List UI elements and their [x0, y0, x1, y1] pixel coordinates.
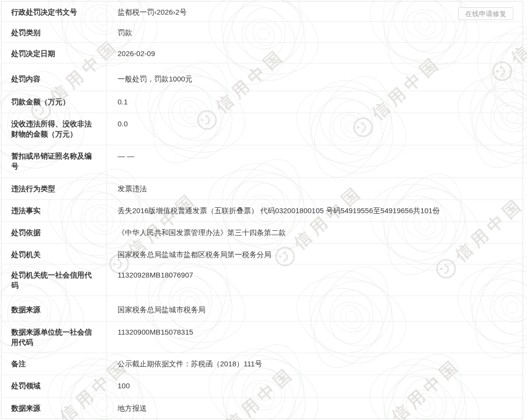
field-value: 罚款 [107, 22, 523, 42]
field-value: 一般处罚，罚款1000元 [107, 63, 523, 91]
field-label: 处罚机关统一社会信用代码 [1, 264, 107, 296]
row-data-source: 数据来源 国家税务总局盐城市税务局 [1, 296, 523, 321]
field-label: 备注 [1, 353, 107, 375]
field-label: 没收违法所得、没收非法财物的金额（万元） [1, 113, 107, 145]
field-label: 行政处罚决定书文号 [1, 1, 107, 21]
online-repair-apply-button[interactable]: 在线申请修复 [458, 7, 513, 20]
field-value-text: 11320928MB18076907 [118, 271, 193, 279]
field-value-text: 地方报送 [118, 404, 147, 412]
field-value-text: 发票违法 [118, 184, 147, 193]
row-authority-credit-code: 处罚机关统一社会信用代码 11320928MB18076907 [1, 264, 523, 296]
field-label: 处罚内容 [1, 63, 107, 91]
row-decision-doc-number: 行政处罚决定书文号 盐都税一罚‹2026›2号 在线申请修复 [1, 1, 523, 21]
field-value: 11320928MB18076907 [107, 264, 523, 296]
field-value: 发票违法 [107, 178, 523, 200]
field-value: 公示截止期依据文件：苏税函（2018）111号 [107, 353, 523, 375]
field-value-text: 0.1 [118, 98, 128, 106]
field-label: 数据来源 [1, 296, 107, 321]
field-label: 处罚类别 [1, 22, 107, 42]
penalty-detail-table: 行政处罚决定书文号 盐都税一罚‹2026›2号 在线申请修复 处罚类别 罚款 处… [1, 1, 523, 419]
field-value-text: 《中华人民共和国发票管理办法》第三十四条第二款 [118, 228, 286, 237]
field-value-text: 丢失2016版增值税普通发票（五联折叠票） 代码032001800105 号码5… [118, 206, 440, 215]
field-value-text: 2026-02-09 [118, 49, 155, 58]
field-label: 处罚决定日期 [1, 43, 107, 63]
field-value-text: 盐都税一罚‹2026›2号 [118, 8, 187, 16]
row-violation-facts: 违法事实 丢失2016版增值税普通发票（五联折叠票） 代码03200180010… [1, 200, 523, 221]
field-value-text: 公示截止期依据文件：苏税函（2018）111号 [118, 360, 262, 368]
row-license-revocation: 暂扣或吊销证照名称及编号 — — [1, 145, 523, 178]
field-value-text: 罚款 [118, 28, 132, 37]
row-penalty-authority: 处罚机关 国家税务总局盐城市盐都区税务局第一税务分局 [1, 243, 523, 264]
row-data-source-2: 数据来源 地方报送 [1, 397, 523, 419]
row-penalty-basis: 处罚依据 《中华人民共和国发票管理办法》第三十四条第二款 [1, 221, 523, 243]
field-label: 数据来源单位统一社会信用代码 [1, 321, 107, 353]
field-value: — — [107, 145, 523, 178]
field-value: 《中华人民共和国发票管理办法》第三十四条第二款 [107, 222, 523, 243]
row-source-unit-credit-code: 数据来源单位统一社会信用代码 11320900MB15078315 [1, 321, 523, 353]
field-value-text: 国家税务总局盐城市盐都区税务局第一税务分局 [118, 250, 271, 259]
field-label: 罚款金额（万元） [1, 91, 107, 113]
field-label: 违法事实 [1, 200, 107, 221]
field-label: 违法行为类型 [1, 178, 107, 200]
row-decision-date: 处罚决定日期 2026-02-09 [1, 42, 523, 63]
field-value: 丢失2016版增值税普通发票（五联折叠票） 代码032001800105 号码5… [107, 200, 523, 221]
row-penalty-field: 处罚领域 100 [1, 375, 523, 397]
row-violation-type: 违法行为类型 发票违法 [1, 178, 523, 200]
row-fine-amount: 罚款金额（万元） 0.1 [1, 91, 523, 113]
field-value: 11320900MB15078315 [107, 321, 523, 353]
field-value: 100 [107, 375, 523, 397]
field-label: 数据来源 [1, 398, 107, 419]
field-label: 处罚机关 [1, 244, 107, 264]
field-value: 0.1 [107, 91, 523, 113]
field-value-text: 100 [118, 381, 130, 390]
field-value: 地方报送 [107, 398, 523, 419]
field-value-text: — — [118, 152, 134, 160]
row-remarks: 备注 公示截止期依据文件：苏税函（2018）111号 [1, 353, 523, 375]
field-value-text: 国家税务总局盐城市税务局 [118, 305, 205, 314]
row-penalty-content: 处罚内容 一般处罚，罚款1000元 [1, 63, 523, 91]
field-label: 暂扣或吊销证照名称及编号 [1, 145, 107, 178]
field-value: 2026-02-09 [107, 43, 523, 63]
field-value-text: 一般处罚，罚款1000元 [118, 75, 192, 83]
field-label: 处罚领域 [1, 375, 107, 397]
field-value-text: 0.0 [118, 120, 128, 128]
field-value: 国家税务总局盐城市盐都区税务局第一税务分局 [107, 244, 523, 264]
field-value: 国家税务总局盐城市税务局 [107, 296, 523, 321]
field-label: 处罚依据 [1, 222, 107, 243]
penalty-detail-page: 信用中国 信用中国 信用中国 信用中国 信用中国 信用中国 信用中国 信用中国 … [0, 0, 527, 420]
field-value: 0.0 [107, 113, 523, 145]
row-confiscation-amount: 没收违法所得、没收非法财物的金额（万元） 0.0 [1, 113, 523, 145]
field-value-text: 11320900MB15078315 [118, 328, 193, 336]
row-penalty-category: 处罚类别 罚款 [1, 21, 523, 42]
